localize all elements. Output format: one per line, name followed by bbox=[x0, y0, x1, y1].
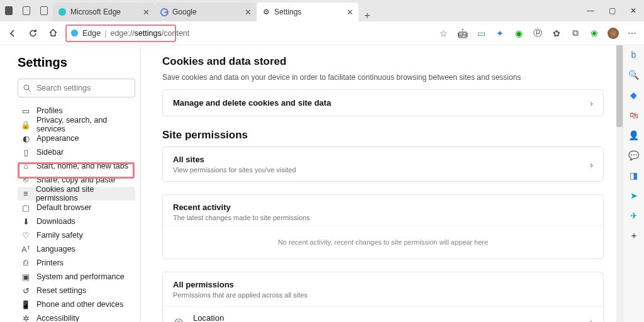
close-window-button[interactable]: ✕ bbox=[623, 0, 644, 21]
google-icon bbox=[160, 8, 169, 16]
nav-sidebar[interactable]: ▯Sidebar bbox=[18, 145, 135, 159]
home-icon: ⌂ bbox=[21, 162, 30, 170]
chat-icon[interactable]: 💬 bbox=[627, 148, 641, 162]
scrollbar[interactable] bbox=[616, 45, 623, 322]
nav-printers[interactable]: ⎙Printers bbox=[18, 256, 135, 270]
address-sep: | bbox=[104, 29, 106, 38]
extension-green-icon[interactable]: ◉ bbox=[511, 25, 527, 42]
extension-mail-icon[interactable]: ▭ bbox=[473, 25, 489, 42]
address-bar[interactable]: Edge | edge://settings/content bbox=[65, 25, 176, 42]
search-input[interactable] bbox=[36, 84, 135, 92]
accessibility-icon: ✲ bbox=[21, 314, 30, 322]
nav-cookies[interactable]: ≡Cookies and site permissions bbox=[18, 187, 135, 201]
perm-location[interactable]: ◎ Location Ask first › bbox=[163, 306, 603, 322]
edge-badge-icon bbox=[70, 29, 79, 37]
tab-actions-icon[interactable] bbox=[0, 0, 18, 21]
nav-downloads[interactable]: ⬇Downloads bbox=[18, 214, 135, 228]
scroll-thumb[interactable] bbox=[616, 45, 623, 127]
favorite-icon[interactable]: ☆ bbox=[435, 25, 452, 42]
all-sites-sub: View permissions for sites you've visite… bbox=[173, 166, 296, 174]
back-button[interactable] bbox=[4, 25, 21, 42]
svg-point-3 bbox=[24, 85, 29, 90]
lock-icon: 🔒 bbox=[21, 120, 30, 129]
minimize-button[interactable]: — bbox=[580, 0, 601, 21]
add-sidebar-icon[interactable]: ＋ bbox=[627, 229, 641, 243]
browser-icon: ▢ bbox=[21, 203, 30, 212]
refresh-button[interactable] bbox=[24, 25, 42, 42]
search-settings[interactable] bbox=[18, 79, 135, 97]
chevron-right-icon: › bbox=[590, 97, 593, 108]
tag-icon[interactable]: ◆ bbox=[627, 88, 641, 102]
nav-start[interactable]: ⌂Start, home, and new tabs bbox=[18, 159, 135, 173]
plane-icon[interactable]: ✈ bbox=[627, 209, 641, 223]
chevron-right-icon: › bbox=[590, 316, 593, 322]
nav-default-browser[interactable]: ▢Default browser bbox=[18, 201, 135, 214]
nav-privacy[interactable]: 🔒Privacy, search, and services bbox=[18, 118, 135, 131]
extension-pinterest-icon[interactable]: ⓟ bbox=[530, 25, 546, 42]
settings-title: Settings bbox=[18, 55, 135, 70]
manage-cookies-card[interactable]: Manage and delete cookies and site data … bbox=[162, 89, 604, 116]
nav-accessibility[interactable]: ✲Accessibility bbox=[18, 311, 135, 322]
system-icon: ▣ bbox=[21, 272, 30, 281]
profile-avatar[interactable] bbox=[605, 25, 621, 42]
close-icon[interactable]: ✕ bbox=[347, 8, 353, 17]
recent-sub: The latest changes made to site permissi… bbox=[173, 214, 593, 221]
nav-phone[interactable]: 📱Phone and other devices bbox=[18, 297, 135, 311]
all-sites-title: All sites bbox=[173, 155, 296, 164]
sidebar-icon: ▯ bbox=[21, 148, 30, 157]
tab-settings[interactable]: ⚙ Settings ✕ bbox=[257, 3, 358, 21]
tab-google[interactable]: Google ✕ bbox=[155, 3, 257, 21]
download-icon: ⬇ bbox=[21, 217, 30, 226]
toolbar: Edge | edge://settings/content ☆ 🤖 ▭ ✦ ◉… bbox=[0, 21, 644, 45]
chevron-right-icon: › bbox=[590, 159, 593, 170]
outlook-icon[interactable]: ◨ bbox=[627, 169, 641, 182]
printer-icon: ⎙ bbox=[21, 258, 30, 267]
site-permissions-heading: Site permissions bbox=[162, 129, 604, 142]
nav-reset[interactable]: ↺Reset settings bbox=[18, 284, 135, 297]
cookies-icon: ≡ bbox=[21, 189, 30, 198]
search-icon[interactable]: 🔍 bbox=[627, 68, 641, 82]
bing-icon[interactable]: b bbox=[627, 48, 641, 62]
more-button[interactable]: ⋯ bbox=[624, 25, 640, 42]
address-badge: Edge bbox=[82, 29, 101, 38]
edge-sidebar: b 🔍 ◆ 🛍 👤 💬 ◨ ➤ ✈ ＋ bbox=[623, 45, 644, 322]
family-icon: ♡ bbox=[21, 231, 30, 240]
edge-icon bbox=[58, 8, 67, 16]
maximize-button[interactable]: ▢ bbox=[601, 0, 623, 21]
home-button[interactable] bbox=[44, 25, 62, 42]
shopping-icon[interactable]: 🛍 bbox=[627, 108, 641, 122]
vertical-tabs-icon[interactable] bbox=[18, 0, 35, 21]
extension-flower-icon[interactable]: ✿ bbox=[548, 25, 565, 42]
send-icon[interactable]: ➤ bbox=[627, 189, 641, 203]
share-icon: ⎋ bbox=[21, 175, 30, 184]
recent-empty: No recent activity, recent changes to si… bbox=[163, 225, 603, 258]
all-permissions-card: All permissions Permissions that are app… bbox=[162, 272, 604, 322]
collections-icon[interactable]: ⧉ bbox=[567, 25, 584, 42]
reset-icon: ↺ bbox=[21, 286, 30, 295]
cookies-heading: Cookies and data stored bbox=[162, 55, 604, 68]
all-sites-card[interactable]: All sites View permissions for sites you… bbox=[162, 147, 604, 182]
location-icon: ◎ bbox=[173, 316, 184, 322]
appearance-icon: ◐ bbox=[21, 134, 30, 143]
tab-edge[interactable]: Microsoft Edge ✕ bbox=[53, 3, 155, 21]
svg-point-2 bbox=[71, 30, 78, 36]
all-perms-title: All permissions bbox=[173, 280, 593, 289]
extension-robot-icon[interactable]: 🤖 bbox=[454, 25, 470, 42]
close-icon[interactable]: ✕ bbox=[143, 8, 150, 17]
nav-languages[interactable]: AᵀLanguages bbox=[18, 242, 135, 256]
cookies-desc: Save cookies and data on your device in … bbox=[162, 73, 604, 82]
vertical-tabs-icon-2[interactable] bbox=[35, 0, 53, 21]
close-icon[interactable]: ✕ bbox=[245, 8, 252, 17]
extension-leaf-icon[interactable]: ❀ bbox=[586, 25, 602, 42]
recent-title: Recent activity bbox=[173, 203, 593, 212]
content: Settings ▭Profiles 🔒Privacy, search, and… bbox=[0, 45, 644, 322]
new-tab-button[interactable]: + bbox=[358, 10, 376, 21]
nav-appearance[interactable]: ◐Appearance bbox=[18, 131, 135, 145]
profile-icon: ▭ bbox=[21, 106, 30, 115]
extension-shield-icon[interactable]: ✦ bbox=[492, 25, 508, 42]
person-icon[interactable]: 👤 bbox=[627, 128, 641, 142]
nav-family[interactable]: ♡Family safety bbox=[18, 228, 135, 242]
tab-label: Google bbox=[172, 8, 241, 16]
language-icon: Aᵀ bbox=[21, 245, 30, 253]
nav-system[interactable]: ▣System and performance bbox=[18, 270, 135, 284]
